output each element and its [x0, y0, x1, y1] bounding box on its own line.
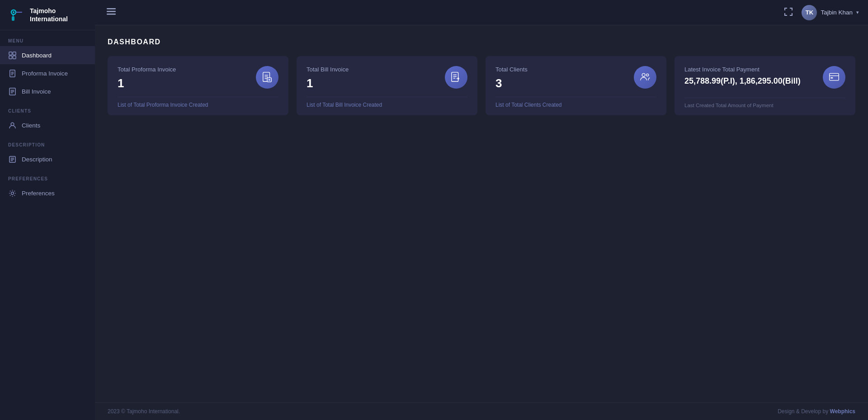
svg-rect-4 [12, 16, 14, 21]
payment-icon-circle [823, 66, 845, 89]
sidebar-section-preferences: PREFERENCES [0, 168, 95, 184]
sidebar-section-description: DESCRIPTION [0, 134, 95, 150]
stat-card-total-clients: Total Clients 3 List of Total Clients Cr… [486, 56, 666, 115]
stat-value: 3 [495, 76, 528, 90]
proforma-invoice-icon [8, 69, 16, 77]
svg-rect-8 [9, 56, 12, 59]
sidebar-item-proforma-invoice[interactable]: Proforma Invoice [0, 64, 95, 82]
stat-value: 1 [118, 76, 176, 90]
dashboard-icon [8, 51, 16, 59]
stat-card-top: Latest Invoice Total Payment 25,788.99(P… [684, 66, 845, 92]
svg-point-23 [11, 192, 14, 194]
stat-card-latest-invoice: Latest Invoice Total Payment 25,788.99(P… [675, 56, 855, 115]
stat-value: 25,788.99(P.I), 1,86,295.00(Bill) [684, 76, 801, 86]
user-name: Tajbin Khan [821, 9, 853, 16]
svg-rect-26 [107, 14, 116, 15]
svg-rect-6 [9, 52, 12, 55]
stat-label: Latest Invoice Total Payment [684, 66, 801, 73]
stat-card-total-proforma: Total Proforma Invoice 1 List of Total P… [108, 56, 288, 115]
svg-rect-7 [13, 52, 16, 55]
stat-label: Total Bill Invoice [307, 66, 349, 73]
stat-card-top: Total Clients 3 [495, 66, 656, 97]
description-icon [8, 155, 16, 163]
proforma-icon-circle [256, 66, 278, 89]
svg-point-2 [13, 11, 14, 13]
svg-rect-25 [107, 11, 116, 12]
svg-rect-40 [830, 73, 839, 80]
stat-label: Total Proforma Invoice [118, 66, 176, 73]
bill-invoice-icon [8, 87, 16, 95]
clients-icon-circle [634, 66, 656, 89]
sidebar-item-description[interactable]: Description [0, 150, 95, 168]
svg-point-38 [642, 73, 645, 76]
preferences-icon [8, 189, 16, 197]
logo-icon [8, 6, 25, 24]
clients-icon [8, 121, 16, 129]
stat-card-link[interactable]: List of Total Bill Invoice Created [307, 97, 467, 108]
svg-rect-0 [8, 6, 25, 24]
sidebar-item-label: Description [22, 156, 52, 163]
stat-value: 1 [307, 76, 349, 90]
topbar-left [104, 4, 118, 21]
stat-card-total-bill: Total Bill Invoice 1 List of Total Bill … [297, 56, 477, 115]
sidebar-item-label: Dashboard [22, 52, 52, 59]
sidebar-item-clients[interactable]: Clients [0, 116, 95, 134]
svg-rect-42 [830, 77, 833, 79]
sidebar-item-preferences[interactable]: Preferences [0, 184, 95, 202]
hamburger-button[interactable] [104, 4, 118, 21]
sidebar-logo: Tajmoho International [0, 0, 95, 30]
svg-rect-24 [107, 8, 116, 9]
user-menu[interactable]: TK Tajbin Khan ▾ [802, 5, 859, 20]
svg-rect-34 [452, 72, 458, 81]
stats-grid: Total Proforma Invoice 1 List of Total P… [108, 56, 855, 115]
stat-card-link[interactable]: List of Total Proforma Invoice Created [118, 97, 278, 108]
svg-point-39 [646, 74, 649, 76]
page-title: DASHBOARD [108, 38, 855, 46]
stat-label: Total Clients [495, 66, 528, 73]
sidebar-item-label: Clients [22, 122, 40, 129]
avatar: TK [802, 5, 817, 20]
fullscreen-button[interactable] [782, 5, 795, 20]
stat-card-top: Total Proforma Invoice 1 [118, 66, 278, 97]
topbar-right: TK Tajbin Khan ▾ [782, 5, 859, 20]
footer-brand-name: Webphics [830, 408, 855, 415]
chevron-down-icon: ▾ [856, 9, 859, 15]
sidebar-item-label: Proforma Invoice [22, 70, 68, 77]
page-content: DASHBOARD Total Proforma Invoice 1 List … [95, 25, 868, 402]
sidebar-item-dashboard[interactable]: Dashboard [0, 46, 95, 64]
sidebar: Tajmoho International MENU Dashboard Pro… [0, 0, 95, 420]
svg-rect-3 [16, 12, 22, 13]
page-footer: 2023 © Tajmoho International. Design & D… [95, 402, 868, 420]
stat-card-top: Total Bill Invoice 1 [307, 66, 467, 97]
sidebar-section-menu: MENU [0, 30, 95, 46]
stat-card-link[interactable]: List of Total Clients Created [495, 97, 656, 108]
footer-brand: Design & Develop by Webphics [778, 408, 855, 415]
footer-copyright: 2023 © Tajmoho International. [108, 408, 180, 415]
sidebar-item-label: Preferences [22, 190, 55, 197]
bill-icon-circle [445, 66, 467, 89]
sidebar-item-bill-invoice[interactable]: Bill Invoice [0, 82, 95, 100]
stat-card-footer: Last Created Total Amount of Payment [684, 98, 845, 108]
topbar: TK Tajbin Khan ▾ [95, 0, 868, 25]
sidebar-item-label: Bill Invoice [22, 88, 51, 95]
sidebar-section-clients: CLIENTS [0, 100, 95, 116]
logo-text: Tajmoho International [30, 7, 68, 23]
svg-rect-9 [13, 56, 16, 59]
main-area: TK Tajbin Khan ▾ DASHBOARD Total Proform… [95, 0, 868, 420]
